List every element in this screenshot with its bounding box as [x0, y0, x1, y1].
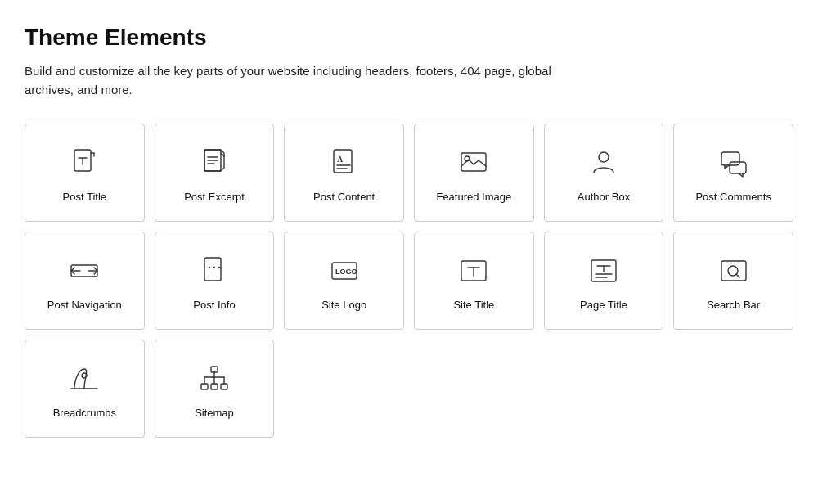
- card-post-info[interactable]: Post Info: [155, 232, 275, 330]
- post-title-icon: [66, 145, 102, 181]
- card-featured-image-label: Featured Image: [436, 191, 511, 205]
- site-title-icon: [456, 253, 492, 289]
- row-1: Post Title Post Excerpt Post Content Fea…: [25, 124, 793, 222]
- card-site-title[interactable]: Site Title: [414, 232, 534, 330]
- empty-cell-4: [673, 340, 793, 438]
- empty-cell-2: [414, 340, 534, 438]
- empty-cell-3: [544, 340, 664, 438]
- post-excerpt-icon: [196, 145, 232, 181]
- post-info-icon: [196, 253, 232, 289]
- card-post-title-label: Post Title: [63, 191, 106, 205]
- card-sitemap-label: Sitemap: [195, 407, 234, 421]
- search-bar-icon: [716, 253, 752, 289]
- card-site-logo[interactable]: Site Logo: [284, 232, 404, 330]
- row-2: Post Navigation Post Info Site Logo Site…: [25, 232, 793, 330]
- page-title: Theme Elements: [25, 25, 793, 51]
- post-comments-icon: [716, 145, 752, 181]
- card-post-excerpt[interactable]: Post Excerpt: [155, 124, 275, 222]
- card-post-navigation[interactable]: Post Navigation: [25, 232, 145, 330]
- card-post-navigation-label: Post Navigation: [47, 299, 122, 313]
- card-post-info-label: Post Info: [193, 299, 235, 313]
- sitemap-icon: [196, 361, 232, 397]
- row-3: Breadcrumbs Sitemap: [25, 340, 793, 438]
- card-post-comments[interactable]: Post Comments: [673, 124, 793, 222]
- card-sitemap[interactable]: Sitemap: [155, 340, 275, 438]
- author-box-icon: [586, 145, 622, 181]
- card-site-logo-label: Site Logo: [321, 299, 366, 313]
- card-post-excerpt-label: Post Excerpt: [184, 191, 245, 205]
- card-post-comments-label: Post Comments: [695, 191, 771, 205]
- empty-cell-1: [284, 340, 404, 438]
- card-author-box-label: Author Box: [578, 191, 630, 205]
- card-search-bar-label: Search Bar: [707, 299, 760, 313]
- featured-image-icon: [456, 145, 492, 181]
- page-title-icon: [586, 253, 622, 289]
- card-search-bar[interactable]: Search Bar: [673, 232, 793, 330]
- card-breadcrumbs-label: Breadcrumbs: [53, 407, 116, 421]
- card-page-title[interactable]: Page Title: [544, 232, 664, 330]
- site-logo-icon: [326, 253, 362, 289]
- card-post-title[interactable]: Post Title: [25, 124, 145, 222]
- card-page-title-label: Page Title: [580, 299, 627, 313]
- card-featured-image[interactable]: Featured Image: [414, 124, 534, 222]
- card-post-content[interactable]: Post Content: [284, 124, 404, 222]
- post-content-icon: [326, 145, 362, 181]
- card-author-box[interactable]: Author Box: [544, 124, 664, 222]
- card-post-content-label: Post Content: [313, 191, 375, 205]
- card-site-title-label: Site Title: [453, 299, 494, 313]
- page-subtitle: Build and customize all the key parts of…: [25, 62, 564, 99]
- post-navigation-icon: [66, 253, 102, 289]
- card-breadcrumbs[interactable]: Breadcrumbs: [25, 340, 145, 438]
- breadcrumbs-icon: [66, 361, 102, 397]
